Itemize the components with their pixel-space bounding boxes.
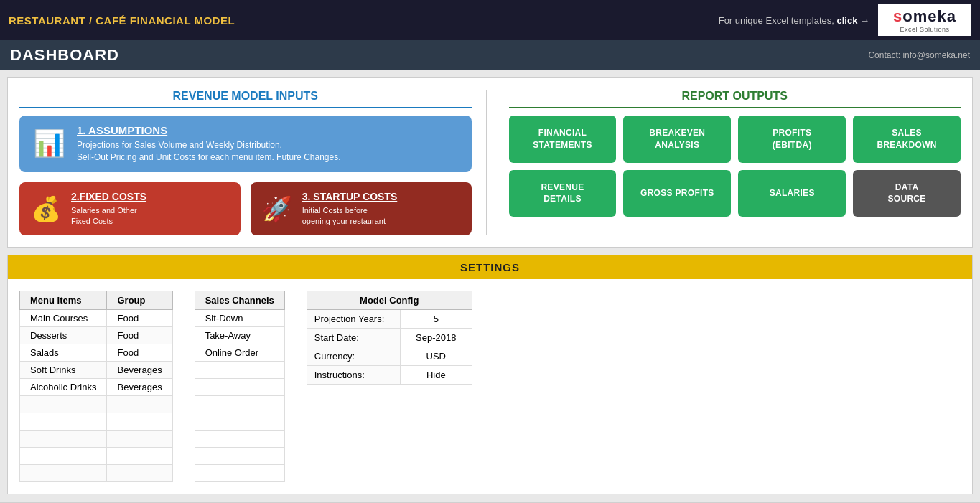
someka-logo: ssomekaomeka Excel Solutions	[878, 4, 971, 36]
menu-items-header: Menu Items	[20, 291, 107, 310]
sales-channel-row: Take-Away	[195, 327, 284, 344]
top-section: REVENUE MODEL INPUTS 📊 1. ASSUMPTIONS Pr…	[7, 77, 973, 248]
unique-templates-text: For unique Excel templates, click →	[719, 15, 869, 26]
fixed-costs-desc: Salaries and Other Fixed Costs	[71, 205, 146, 227]
btn-data-source[interactable]: DATASOURCE	[853, 170, 961, 217]
header-bottom: DASHBOARD Contact: info@someka.net	[0, 40, 980, 70]
sales-channels-header: Sales Channels	[195, 291, 284, 310]
main-content: REVENUE MODEL INPUTS 📊 1. ASSUMPTIONS Pr…	[0, 70, 980, 502]
sales-channel-row: Sit-Down	[195, 310, 284, 327]
assumptions-desc: Projections for Sales Volume and Weekly …	[77, 139, 341, 164]
config-row: Projection Years:5	[307, 310, 472, 329]
sales-channel-row	[195, 413, 284, 431]
assumptions-text: 1. ASSUMPTIONS Projections for Sales Vol…	[77, 124, 341, 164]
menu-item-row	[20, 448, 173, 465]
dashboard-title: DASHBOARD	[10, 46, 119, 65]
sales-channel-row	[195, 465, 284, 482]
startup-costs-card[interactable]: 🚀 3. STARTUP COSTS Initial Costs before …	[251, 182, 472, 236]
header-right-area: For unique Excel templates, click → ssom…	[719, 4, 971, 36]
sales-channels-table-wrap: Sales Channels Sit-DownTake-AwayOnline O…	[195, 291, 285, 482]
settings-body: Menu Items Group Main CoursesFoodDessert…	[8, 279, 972, 494]
revenue-section-title: REVENUE MODEL INPUTS	[19, 90, 472, 108]
app-title: RESTAURANT / CAFÉ FINANCIAL MODEL	[9, 14, 235, 27]
assumptions-card[interactable]: 📊 1. ASSUMPTIONS Projections for Sales V…	[19, 116, 472, 172]
sales-channel-row	[195, 396, 284, 413]
menu-item-row: Main CoursesFood	[20, 310, 173, 327]
assumptions-title: 1. ASSUMPTIONS	[77, 124, 341, 136]
model-config-wrap: Model Config Projection Years:5Start Dat…	[307, 291, 472, 385]
assumptions-icon: 📊	[31, 128, 67, 159]
menu-item-row	[20, 465, 173, 482]
menu-item-row	[20, 413, 173, 431]
report-section-title: REPORT OUTPUTS	[509, 90, 961, 108]
fixed-costs-icon: 💰	[29, 194, 62, 223]
sales-channels-table: Sales Channels Sit-DownTake-AwayOnline O…	[195, 291, 285, 482]
btn-financial-statements[interactable]: FINANCIALSTATEMENTS	[509, 116, 617, 163]
menu-item-row	[20, 431, 173, 448]
menu-items-table-wrap: Menu Items Group Main CoursesFoodDessert…	[19, 291, 173, 482]
startup-costs-text: 3. STARTUP COSTS Initial Costs before op…	[302, 191, 398, 227]
config-row: Start Date:Sep-2018	[307, 329, 472, 347]
lower-cards: 💰 2.FIXED COSTS Salaries and Other Fixed…	[19, 182, 472, 236]
menu-item-row: Soft DrinksBeverages	[20, 362, 173, 379]
report-outputs-panel: REPORT OUTPUTS FINANCIALSTATEMENTS BREAK…	[502, 90, 961, 235]
sales-channel-row: Online Order	[195, 344, 284, 362]
fixed-costs-card[interactable]: 💰 2.FIXED COSTS Salaries and Other Fixed…	[19, 182, 241, 236]
report-buttons-grid: FINANCIALSTATEMENTS BREAKEVENANALYSIS PR…	[509, 116, 961, 217]
settings-section: SETTINGS Menu Items Group Main CoursesFo…	[7, 255, 973, 494]
btn-salaries[interactable]: SALARIES	[738, 170, 846, 217]
contact-text: Contact: info@someka.net	[868, 50, 970, 60]
logo-text: ssomekaomeka	[893, 7, 956, 26]
btn-breakeven-analysis[interactable]: BREAKEVENANALYSIS	[623, 116, 731, 163]
menu-item-row: SaladsFood	[20, 344, 173, 362]
sales-channel-row	[195, 362, 284, 379]
group-header: Group	[107, 291, 172, 310]
config-row: Currency:USD	[307, 347, 472, 366]
header-top: RESTAURANT / CAFÉ FINANCIAL MODEL For un…	[0, 0, 980, 40]
sales-channel-row	[195, 379, 284, 396]
btn-sales-breakdown[interactable]: SALESBREAKDOWN	[853, 116, 961, 163]
menu-item-row: Alcoholic DrinksBeverages	[20, 379, 173, 396]
revenue-inputs-panel: REVENUE MODEL INPUTS 📊 1. ASSUMPTIONS Pr…	[19, 90, 487, 235]
config-row: Instructions:Hide	[307, 366, 472, 385]
fixed-costs-title: 2.FIXED COSTS	[71, 191, 146, 202]
click-link[interactable]: click →	[836, 15, 869, 26]
fixed-costs-text: 2.FIXED COSTS Salaries and Other Fixed C…	[71, 191, 146, 227]
menu-item-row: DessertsFood	[20, 327, 173, 344]
model-config-table: Model Config Projection Years:5Start Dat…	[307, 291, 472, 385]
startup-costs-icon: 🚀	[261, 194, 294, 223]
model-config-header: Model Config	[307, 291, 472, 310]
menu-items-table: Menu Items Group Main CoursesFoodDessert…	[19, 291, 173, 482]
sales-channel-row	[195, 431, 284, 448]
settings-header: SETTINGS	[8, 255, 972, 279]
startup-costs-title: 3. STARTUP COSTS	[302, 191, 398, 202]
btn-gross-profits[interactable]: GROSS PROFITS	[623, 170, 731, 217]
menu-item-row	[20, 396, 173, 413]
sales-channel-row	[195, 448, 284, 465]
logo-sub: Excel Solutions	[900, 26, 949, 33]
btn-revenue-details[interactable]: REVENUEDETAILS	[509, 170, 617, 217]
btn-profits-ebitda[interactable]: PROFITS(EBITDA)	[738, 116, 846, 163]
startup-costs-desc: Initial Costs before opening your restau…	[302, 205, 398, 227]
